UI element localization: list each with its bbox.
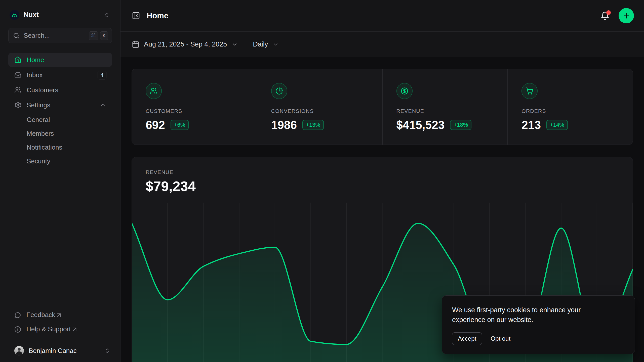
search-icon xyxy=(13,32,20,39)
gear-icon xyxy=(14,102,21,109)
sidebar-item-label: Inbox xyxy=(27,71,92,79)
collapse-sidebar-button[interactable] xyxy=(132,12,140,20)
settings-submenu: General Members Notifications Security xyxy=(8,113,112,168)
add-button[interactable] xyxy=(619,8,634,23)
sidebar: Nuxt Search... ⌘ K Home Inbox 4 xyxy=(0,0,120,362)
stat-card-orders[interactable]: ORDERS 213 +14% xyxy=(507,69,633,145)
inbox-count-badge: 4 xyxy=(98,71,106,79)
app-root: Nuxt Search... ⌘ K Home Inbox 4 xyxy=(0,0,644,362)
pie-chart-icon xyxy=(271,83,287,99)
chevron-down-icon xyxy=(231,41,238,48)
optout-cookies-button[interactable]: Opt out xyxy=(490,333,511,345)
user-menu[interactable]: Benjamin Canac xyxy=(0,340,120,362)
sidebar-footer-links: Feedback Help & Support xyxy=(8,308,112,340)
nuxt-logo-icon xyxy=(10,10,19,20)
sidebar-spacer xyxy=(8,168,112,308)
stat-value: 692 xyxy=(146,118,165,132)
kbd-cmd: ⌘ xyxy=(89,31,98,40)
stat-label: CONVERSIONS xyxy=(271,108,382,114)
interval-select[interactable]: Daily xyxy=(253,40,279,48)
stats-cards: CUSTOMERS 692 +6% CONVERSIONS 1986 +13% xyxy=(132,69,633,145)
sidebar-item-label: Customers xyxy=(27,86,106,94)
external-link-icon xyxy=(71,326,78,333)
stat-label: CUSTOMERS xyxy=(146,108,257,114)
avatar xyxy=(14,346,24,355)
date-range-picker[interactable]: Aug 21, 2025 - Sep 4, 2025 xyxy=(132,40,238,48)
sidebar-item-security[interactable]: Security xyxy=(8,155,112,168)
dollar-circle-icon xyxy=(396,83,413,99)
sidebar-item-label: Settings xyxy=(27,101,94,109)
plus-icon xyxy=(623,12,630,20)
revenue-chart-label: REVENUE xyxy=(146,169,633,175)
stat-card-conversions[interactable]: CONVERSIONS 1986 +13% xyxy=(257,69,382,145)
brand-name: Nuxt xyxy=(24,11,98,19)
page-title: Home xyxy=(147,11,594,20)
user-name: Benjamin Canac xyxy=(29,347,99,355)
sidebar-item-settings[interactable]: Settings xyxy=(8,98,112,112)
sidebar-item-home[interactable]: Home xyxy=(8,53,112,67)
stat-card-revenue[interactable]: REVENUE $415,523 +18% xyxy=(382,69,508,145)
sidebar-item-label: Home xyxy=(27,56,106,64)
info-circle-icon xyxy=(14,326,21,333)
topbar: Home xyxy=(120,0,644,32)
stat-value: 213 xyxy=(521,118,541,132)
stat-delta-badge: +6% xyxy=(171,120,189,130)
kbd-k: K xyxy=(100,31,108,40)
sidebar-item-customers[interactable]: Customers xyxy=(8,83,112,97)
sidebar-item-notifications[interactable]: Notifications xyxy=(8,141,112,154)
revenue-chart-value: $79,234 xyxy=(146,178,633,194)
sidebar-nav: Home Inbox 4 Customers Settings General … xyxy=(8,53,112,168)
search-input[interactable]: Search... ⌘ K xyxy=(8,28,112,43)
users-icon xyxy=(146,83,162,99)
panel-left-close-icon xyxy=(132,12,140,20)
sidebar-item-inbox[interactable]: Inbox 4 xyxy=(8,68,112,82)
calendar-icon xyxy=(132,40,139,48)
search-placeholder: Search... xyxy=(24,32,85,39)
workspace-chevrons-icon[interactable] xyxy=(103,11,111,19)
topbar-actions xyxy=(600,8,634,23)
chat-bubble-icon xyxy=(14,312,21,319)
stat-value: $415,523 xyxy=(396,118,445,132)
stat-label: REVENUE xyxy=(396,108,508,114)
unread-dot xyxy=(606,10,611,15)
users-icon xyxy=(14,86,21,94)
search-shortcut: ⌘ K xyxy=(89,31,108,40)
filters-toolbar: Aug 21, 2025 - Sep 4, 2025 Daily xyxy=(120,32,644,57)
sidebar-item-general[interactable]: General xyxy=(8,113,112,126)
accept-cookies-button[interactable]: Accept xyxy=(452,332,482,345)
inbox-icon xyxy=(14,71,21,78)
workspace-switcher[interactable]: Nuxt xyxy=(8,0,112,26)
cookie-message: We use first-party cookies to enhance yo… xyxy=(452,305,608,325)
cart-icon xyxy=(521,83,538,99)
help-support-link[interactable]: Help & Support xyxy=(8,323,112,336)
help-support-label: Help & Support xyxy=(26,325,71,333)
stat-delta-badge: +14% xyxy=(546,120,568,130)
notifications-button[interactable] xyxy=(600,11,610,20)
feedback-label: Feedback xyxy=(26,311,55,319)
chevron-up-icon xyxy=(99,102,106,109)
date-range-value: Aug 21, 2025 - Sep 4, 2025 xyxy=(144,40,227,48)
feedback-link[interactable]: Feedback xyxy=(8,308,112,321)
stat-card-customers[interactable]: CUSTOMERS 692 +6% xyxy=(132,69,257,145)
external-link-icon xyxy=(56,312,62,319)
chevrons-up-down-icon xyxy=(104,348,110,354)
home-icon xyxy=(14,56,21,63)
stat-label: ORDERS xyxy=(521,108,633,114)
cookie-banner: We use first-party cookies to enhance yo… xyxy=(442,295,635,354)
interval-value: Daily xyxy=(253,40,268,48)
chevron-down-icon xyxy=(272,41,279,48)
stat-value: 1986 xyxy=(271,118,297,132)
sidebar-item-members[interactable]: Members xyxy=(8,127,112,140)
stat-delta-badge: +18% xyxy=(450,120,471,130)
stat-delta-badge: +13% xyxy=(302,120,324,130)
